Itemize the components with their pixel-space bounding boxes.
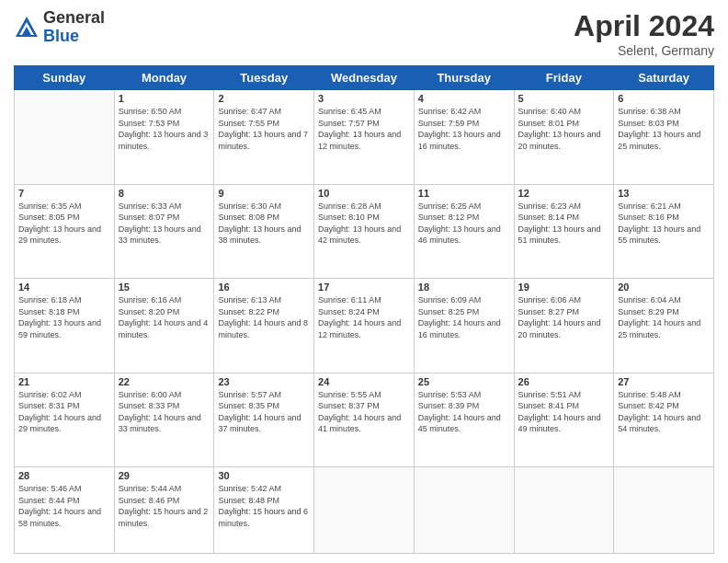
day-cell: 11Sunrise: 6:25 AMSunset: 8:12 PMDayligh… <box>414 184 514 279</box>
day-number: 30 <box>218 470 310 481</box>
day-cell: 14Sunrise: 6:18 AMSunset: 8:18 PMDayligh… <box>15 279 115 373</box>
day-cell: 5Sunrise: 6:40 AMSunset: 8:01 PMDaylight… <box>514 90 614 185</box>
day-number: 21 <box>18 376 110 387</box>
day-info: Sunrise: 5:48 AMSunset: 8:42 PMDaylight:… <box>618 389 710 435</box>
day-number: 8 <box>119 188 210 199</box>
day-number: 16 <box>218 282 310 293</box>
day-info: Sunrise: 6:00 AMSunset: 8:33 PMDaylight:… <box>119 389 210 435</box>
day-info: Sunrise: 6:40 AMSunset: 8:01 PMDaylight:… <box>518 106 610 152</box>
day-cell: 23Sunrise: 5:57 AMSunset: 8:35 PMDayligh… <box>214 373 314 467</box>
day-cell: 13Sunrise: 6:21 AMSunset: 8:16 PMDayligh… <box>614 184 714 279</box>
day-number: 13 <box>618 188 710 199</box>
day-info: Sunrise: 5:44 AMSunset: 8:46 PMDaylight:… <box>119 483 210 529</box>
day-info: Sunrise: 6:16 AMSunset: 8:20 PMDaylight:… <box>119 294 210 340</box>
day-number: 25 <box>418 376 510 387</box>
page: General Blue April 2024 Selent, Germany … <box>0 0 728 563</box>
day-cell: 21Sunrise: 6:02 AMSunset: 8:31 PMDayligh… <box>15 373 115 467</box>
day-number: 12 <box>518 188 610 199</box>
day-cell: 3Sunrise: 6:45 AMSunset: 7:57 PMDaylight… <box>314 90 415 185</box>
day-cell: 27Sunrise: 5:48 AMSunset: 8:42 PMDayligh… <box>614 373 714 467</box>
logo-blue: Blue <box>43 28 105 46</box>
day-info: Sunrise: 6:47 AMSunset: 7:55 PMDaylight:… <box>218 106 310 152</box>
day-cell <box>614 467 714 554</box>
day-info: Sunrise: 5:46 AMSunset: 8:44 PMDaylight:… <box>18 483 110 529</box>
day-cell: 28Sunrise: 5:46 AMSunset: 8:44 PMDayligh… <box>15 467 115 554</box>
day-info: Sunrise: 6:35 AMSunset: 8:05 PMDaylight:… <box>18 201 110 247</box>
day-cell: 17Sunrise: 6:11 AMSunset: 8:24 PMDayligh… <box>314 279 415 373</box>
day-info: Sunrise: 6:13 AMSunset: 8:22 PMDaylight:… <box>218 294 310 340</box>
day-cell: 19Sunrise: 6:06 AMSunset: 8:27 PMDayligh… <box>514 279 614 373</box>
day-number: 26 <box>518 376 610 387</box>
col-monday: Monday <box>114 66 214 90</box>
day-number: 18 <box>418 282 510 293</box>
week-row-4: 28Sunrise: 5:46 AMSunset: 8:44 PMDayligh… <box>15 467 714 554</box>
col-tuesday: Tuesday <box>214 66 314 90</box>
day-cell: 16Sunrise: 6:13 AMSunset: 8:22 PMDayligh… <box>214 279 314 373</box>
calendar: Sunday Monday Tuesday Wednesday Thursday… <box>14 65 714 554</box>
day-number: 11 <box>418 188 510 199</box>
day-number: 14 <box>18 282 110 293</box>
day-cell <box>514 467 614 554</box>
day-number: 22 <box>119 376 210 387</box>
day-cell: 18Sunrise: 6:09 AMSunset: 8:25 PMDayligh… <box>414 279 514 373</box>
day-info: Sunrise: 5:42 AMSunset: 8:48 PMDaylight:… <box>218 483 310 529</box>
day-info: Sunrise: 6:23 AMSunset: 8:14 PMDaylight:… <box>518 201 610 247</box>
day-info: Sunrise: 5:51 AMSunset: 8:41 PMDaylight:… <box>518 389 610 435</box>
day-cell: 8Sunrise: 6:33 AMSunset: 8:07 PMDaylight… <box>114 184 214 279</box>
day-number: 3 <box>318 93 410 104</box>
day-info: Sunrise: 5:55 AMSunset: 8:37 PMDaylight:… <box>318 389 410 435</box>
day-cell: 7Sunrise: 6:35 AMSunset: 8:05 PMDaylight… <box>15 184 115 279</box>
day-cell: 26Sunrise: 5:51 AMSunset: 8:41 PMDayligh… <box>514 373 614 467</box>
day-cell: 30Sunrise: 5:42 AMSunset: 8:48 PMDayligh… <box>214 467 314 554</box>
header: General Blue April 2024 Selent, Germany <box>14 9 714 58</box>
title-area: April 2024 Selent, Germany <box>574 9 714 58</box>
day-info: Sunrise: 6:42 AMSunset: 7:59 PMDaylight:… <box>418 106 510 152</box>
day-info: Sunrise: 6:25 AMSunset: 8:12 PMDaylight:… <box>418 201 510 247</box>
day-cell: 9Sunrise: 6:30 AMSunset: 8:08 PMDaylight… <box>214 184 314 279</box>
day-info: Sunrise: 6:02 AMSunset: 8:31 PMDaylight:… <box>18 389 110 435</box>
col-wednesday: Wednesday <box>314 66 415 90</box>
day-cell: 2Sunrise: 6:47 AMSunset: 7:55 PMDaylight… <box>214 90 314 185</box>
day-cell: 10Sunrise: 6:28 AMSunset: 8:10 PMDayligh… <box>314 184 415 279</box>
logo-text: General Blue <box>43 9 105 46</box>
day-cell: 4Sunrise: 6:42 AMSunset: 7:59 PMDaylight… <box>414 90 514 185</box>
day-number: 4 <box>418 93 510 104</box>
day-number: 15 <box>119 282 210 293</box>
day-cell: 15Sunrise: 6:16 AMSunset: 8:20 PMDayligh… <box>114 279 214 373</box>
week-row-1: 7Sunrise: 6:35 AMSunset: 8:05 PMDaylight… <box>15 184 714 279</box>
day-number: 29 <box>119 470 210 481</box>
header-row: Sunday Monday Tuesday Wednesday Thursday… <box>15 66 714 90</box>
day-number: 24 <box>318 376 410 387</box>
day-info: Sunrise: 6:21 AMSunset: 8:16 PMDaylight:… <box>618 201 710 247</box>
day-cell: 6Sunrise: 6:38 AMSunset: 8:03 PMDaylight… <box>614 90 714 185</box>
day-info: Sunrise: 5:53 AMSunset: 8:39 PMDaylight:… <box>418 389 510 435</box>
day-info: Sunrise: 6:30 AMSunset: 8:08 PMDaylight:… <box>218 201 310 247</box>
day-info: Sunrise: 6:50 AMSunset: 7:53 PMDaylight:… <box>119 106 210 152</box>
day-cell: 29Sunrise: 5:44 AMSunset: 8:46 PMDayligh… <box>114 467 214 554</box>
day-number: 10 <box>318 188 410 199</box>
day-number: 2 <box>218 93 310 104</box>
day-number: 17 <box>318 282 410 293</box>
logo: General Blue <box>14 9 105 46</box>
day-number: 6 <box>618 93 710 104</box>
day-cell <box>15 90 115 185</box>
day-cell: 1Sunrise: 6:50 AMSunset: 7:53 PMDaylight… <box>114 90 214 185</box>
day-number: 9 <box>218 188 310 199</box>
day-number: 27 <box>618 376 710 387</box>
day-info: Sunrise: 6:45 AMSunset: 7:57 PMDaylight:… <box>318 106 410 152</box>
day-info: Sunrise: 6:06 AMSunset: 8:27 PMDaylight:… <box>518 294 610 340</box>
day-cell: 24Sunrise: 5:55 AMSunset: 8:37 PMDayligh… <box>314 373 415 467</box>
month-title: April 2024 <box>574 9 714 43</box>
day-number: 23 <box>218 376 310 387</box>
day-number: 19 <box>518 282 610 293</box>
day-info: Sunrise: 6:18 AMSunset: 8:18 PMDaylight:… <box>18 294 110 340</box>
day-number: 28 <box>18 470 110 481</box>
col-saturday: Saturday <box>614 66 714 90</box>
day-info: Sunrise: 5:57 AMSunset: 8:35 PMDaylight:… <box>218 389 310 435</box>
day-info: Sunrise: 6:38 AMSunset: 8:03 PMDaylight:… <box>618 106 710 152</box>
day-cell: 22Sunrise: 6:00 AMSunset: 8:33 PMDayligh… <box>114 373 214 467</box>
logo-general: General <box>43 9 105 28</box>
week-row-0: 1Sunrise: 6:50 AMSunset: 7:53 PMDaylight… <box>15 90 714 185</box>
subtitle: Selent, Germany <box>574 43 714 58</box>
day-cell: 25Sunrise: 5:53 AMSunset: 8:39 PMDayligh… <box>414 373 514 467</box>
